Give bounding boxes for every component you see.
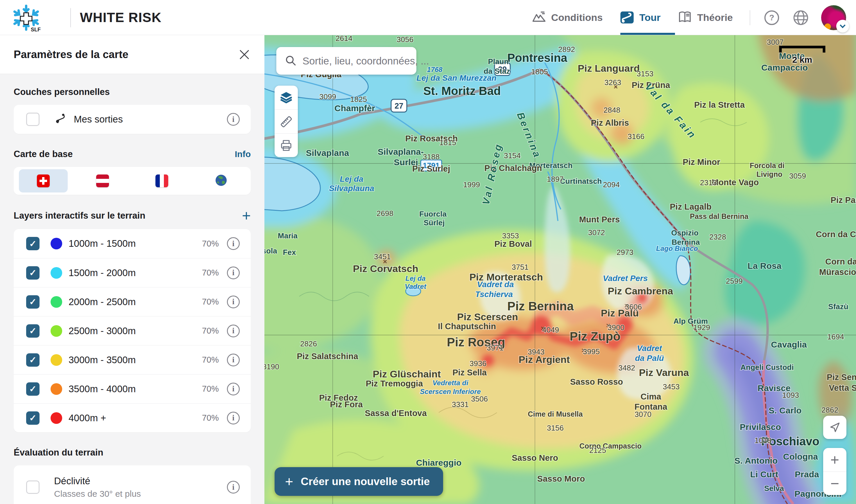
declivite-info-icon[interactable]: i xyxy=(227,481,240,493)
svg-text:La Rosa: La Rosa xyxy=(748,261,782,271)
layer-checkbox-4[interactable]: ✓ xyxy=(26,353,39,367)
book-icon xyxy=(677,10,693,26)
svg-text:3751: 3751 xyxy=(512,263,528,271)
svg-text:1815: 1815 xyxy=(439,138,456,147)
measure-ruler-tool-button[interactable] xyxy=(275,109,298,133)
layer-label: 1000m - 1500m xyxy=(69,238,136,249)
user-avatar[interactable] xyxy=(821,5,846,30)
svg-text:Corno Campascio: Corno Campascio xyxy=(579,442,642,450)
app-title: WHITE RISK xyxy=(80,10,161,25)
zoom-in-button[interactable]: + xyxy=(823,448,846,471)
topo-map-canvas[interactable]: 29271791 ××××××× St. Moritz BadPontresin… xyxy=(264,35,856,504)
layer-info-icon[interactable]: i xyxy=(227,325,240,337)
mes-sorties-checkbox[interactable] xyxy=(26,113,39,126)
mes-sorties-info-icon[interactable]: i xyxy=(227,113,240,126)
svg-text:Chiareggio: Chiareggio xyxy=(416,458,462,467)
logo-divider xyxy=(70,8,71,27)
layer-label: 3000m - 3500m xyxy=(69,355,136,365)
locate-me-button[interactable] xyxy=(823,416,846,439)
plus-icon: + xyxy=(285,475,293,489)
svg-text:3936: 3936 xyxy=(470,359,486,368)
map-scale-bar: 2 km xyxy=(778,46,827,65)
map-search-box xyxy=(276,47,416,75)
svg-text:3153: 3153 xyxy=(636,69,653,78)
basemap-austria[interactable] xyxy=(73,167,132,195)
layer-label: 2500m - 3000m xyxy=(69,325,136,337)
layer-opacity-value: 70% xyxy=(202,268,219,277)
globe-earth-icon xyxy=(214,174,228,188)
svg-text:1694: 1694 xyxy=(827,332,844,341)
main-nav: Conditions Tour xyxy=(531,0,856,35)
svg-text:2862: 2862 xyxy=(821,406,838,414)
svg-text:Silvaplana-: Silvaplana- xyxy=(378,147,424,157)
svg-text:Piz Albris: Piz Albris xyxy=(591,118,629,127)
layer-info-icon[interactable]: i xyxy=(227,267,240,279)
layer-checkbox-0[interactable]: ✓ xyxy=(26,237,39,250)
svg-text:Piz Para: Piz Para xyxy=(831,195,856,205)
mes-sorties-row[interactable]: Mes sorties i xyxy=(14,105,251,134)
layer-checkbox-2[interactable]: ✓ xyxy=(26,295,39,309)
elevation-layer-row[interactable]: ✓2500m - 3000m70%i xyxy=(14,316,251,345)
svg-text:Piz Sella: Piz Sella xyxy=(452,368,487,377)
svg-text:Lej da: Lej da xyxy=(405,274,425,282)
layer-checkbox-5[interactable]: ✓ xyxy=(26,382,39,396)
layer-info-icon[interactable]: i xyxy=(227,383,240,395)
print-tool-button[interactable] xyxy=(275,133,298,157)
basemap-switzerland[interactable] xyxy=(14,167,73,195)
svg-text:1897: 1897 xyxy=(547,175,564,183)
svg-text:4049: 4049 xyxy=(542,325,559,334)
avatar-menu-chevron[interactable] xyxy=(836,20,849,33)
search-input[interactable] xyxy=(302,55,434,67)
svg-text:Il Chaputschin: Il Chaputschin xyxy=(438,322,496,331)
svg-text:1825: 1825 xyxy=(350,95,367,104)
basemap-france[interactable] xyxy=(132,167,191,195)
nav-tour-label: Tour xyxy=(639,12,661,23)
close-panel-button[interactable] xyxy=(238,48,251,61)
elevation-layer-row[interactable]: ✓3500m - 4000m70%i xyxy=(14,374,251,403)
mes-sorties-card: Mes sorties i xyxy=(14,105,251,134)
svg-text:Vadret: Vadret xyxy=(637,344,663,353)
svg-text:Corn da Ca: Corn da Ca xyxy=(816,230,856,239)
svg-text:2313: 2313 xyxy=(700,178,717,187)
terrain-graphic: 29271791 ××××××× St. Moritz BadPontresin… xyxy=(264,35,856,504)
svg-text:Sürlej: Sürlej xyxy=(424,218,444,227)
declivite-row[interactable]: Déclivité Classes de 30° et plus i xyxy=(14,465,251,504)
layer-info-icon[interactable]: i xyxy=(227,237,240,250)
layer-checkbox-3[interactable]: ✓ xyxy=(26,324,39,338)
svg-text:Piz Sena: Piz Sena xyxy=(827,373,856,382)
basemap-info-link[interactable]: Info xyxy=(235,149,251,159)
route-icon xyxy=(54,112,67,127)
elevation-layer-row[interactable]: ✓1000m - 1500m70%i xyxy=(14,229,251,258)
help-button[interactable]: ? xyxy=(763,9,781,26)
layers-tool-button[interactable] xyxy=(275,86,298,109)
layer-color-dot xyxy=(51,383,62,395)
layer-checkbox-1[interactable]: ✓ xyxy=(26,266,39,280)
create-tour-button[interactable]: + Créer une nouvelle sortie xyxy=(275,467,443,496)
elevation-layer-row[interactable]: ✓2000m - 2500m70%i xyxy=(14,287,251,316)
elevation-layers-card: ✓1000m - 1500m70%i✓1500m - 2000m70%i✓200… xyxy=(14,229,251,432)
layer-checkbox-6[interactable]: ✓ xyxy=(26,411,39,425)
declivite-subtitle: Classes de 30° et plus xyxy=(54,489,141,499)
svg-text:Champfèr: Champfèr xyxy=(334,103,375,113)
svg-text:Sasso Moro: Sasso Moro xyxy=(537,474,585,483)
nav-theorie[interactable]: Théorie xyxy=(677,10,733,26)
elevation-layer-row[interactable]: ✓1500m - 2000m70%i xyxy=(14,258,251,287)
layer-info-icon[interactable]: i xyxy=(227,295,240,308)
svg-text:Pass dal Bernina: Pass dal Bernina xyxy=(690,212,749,220)
basemap-world[interactable] xyxy=(191,167,251,195)
zoom-out-button[interactable]: − xyxy=(823,471,846,495)
elevation-layer-row[interactable]: ✓4000m +70%i xyxy=(14,403,251,432)
panel-header: Paramètres de la carte xyxy=(0,35,264,74)
layer-info-icon[interactable]: i xyxy=(227,412,240,425)
elevation-layer-row[interactable]: ✓3000m - 3500m70%i xyxy=(14,345,251,374)
add-layer-button[interactable]: + xyxy=(242,210,251,221)
svg-text:Isola: Isola xyxy=(264,247,277,255)
layer-info-icon[interactable]: i xyxy=(227,354,240,366)
svg-text:Privilasco: Privilasco xyxy=(740,422,781,432)
nav-conditions[interactable]: Conditions xyxy=(531,10,603,26)
nav-tour[interactable]: Tour xyxy=(619,10,661,26)
declivite-checkbox[interactable] xyxy=(26,481,39,494)
svg-text:3154: 3154 xyxy=(504,151,521,160)
slf-snowflake-logo[interactable]: SLF xyxy=(9,3,67,32)
language-globe-button[interactable] xyxy=(792,9,809,26)
